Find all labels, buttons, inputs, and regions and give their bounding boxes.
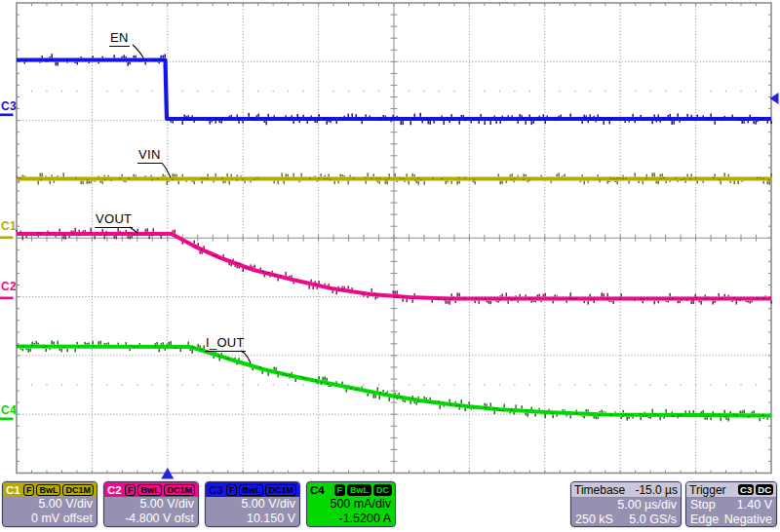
oscilloscope-screen: EN VIN VOUT I_OUT C3 C1 C2 C4 C1 F BwL D… — [0, 0, 780, 532]
channel-descriptor-c2[interactable]: C2 F BwL DC1M 5.00 V/div -4.800 V ofst — [103, 481, 199, 527]
trigger-coupling-badge: DC — [756, 484, 773, 495]
channel-marker-c1[interactable]: C1 — [1, 220, 17, 232]
channel-id: C1 — [6, 484, 20, 496]
timebase-scale: 5.00 µs/div — [571, 498, 681, 513]
waveform-display — [0, 0, 780, 480]
coupling-badge: DC1M — [265, 484, 296, 496]
channel-zero-dash-c4 — [0, 418, 14, 421]
filter-badge: F — [226, 484, 238, 496]
vertical-scale: 5.00 V/div — [206, 497, 299, 512]
bandwidth-limit-badge: BwL — [36, 484, 60, 496]
vertical-scale: 5.00 V/div — [104, 497, 198, 512]
coupling-badge: DC1M — [164, 484, 195, 496]
wave-label-en: EN — [109, 31, 130, 47]
vertical-offset: 10.150 V — [206, 512, 299, 526]
coupling-badge: DC1M — [62, 484, 94, 496]
filter-badge: F — [125, 484, 136, 496]
wave-label-iout: I_OUT — [205, 336, 246, 352]
timebase-delay: -15.0 µs — [635, 483, 678, 497]
channel-descriptor-c4[interactable]: C4 F BwL DC 500 mA/div -1.5200 A — [306, 481, 396, 527]
channel-zero-dash-c2 — [0, 297, 14, 300]
channel-zero-dash-c3 — [0, 114, 14, 117]
vertical-offset: 0 mV offset — [3, 512, 97, 526]
trigger-mode: Stop — [690, 498, 716, 513]
trigger-source-badge: C3 — [738, 484, 754, 495]
bandwidth-limit-badge: BwL — [347, 484, 371, 496]
vertical-offset: -4.800 V ofst — [104, 512, 198, 526]
channel-zero-dash-c1 — [0, 237, 14, 240]
channel-marker-c2[interactable]: C2 — [1, 281, 17, 292]
channel-id: C4 — [310, 484, 325, 496]
timebase-box[interactable]: Timebase -15.0 µs 5.00 µs/div 250 kS 5.0… — [570, 481, 682, 527]
filter-badge: F — [23, 484, 35, 496]
channel-descriptor-c1[interactable]: C1 F BwL DC1M 5.00 V/div 0 mV offset — [2, 481, 98, 527]
bandwidth-limit-badge: BwL — [239, 484, 263, 496]
trigger-type: Edge — [690, 513, 719, 527]
markers — [0, 93, 779, 479]
filter-badge: F — [334, 484, 346, 496]
timebase-title: Timebase — [574, 483, 625, 497]
channel-descriptor-c3[interactable]: C3 F BwL DC1M 5.00 V/div 10.150 V — [205, 481, 300, 527]
wave-label-vin: VIN — [137, 148, 162, 164]
wave-label-vout: VOUT — [95, 212, 133, 228]
vertical-offset: -1.5200 A — [307, 512, 395, 526]
channel-id: C2 — [107, 484, 122, 496]
timebase-samplerate: 5.0 GS/s — [629, 513, 677, 527]
label-pointers — [130, 45, 251, 363]
bandwidth-limit-badge: BwL — [137, 484, 162, 496]
vertical-scale: 500 mA/div — [307, 497, 395, 512]
trigger-level: 1.40 V — [737, 498, 772, 513]
channel-id: C3 — [209, 484, 223, 496]
coupling-badge: DC — [373, 484, 392, 496]
trigger-slope: Negative — [724, 513, 772, 527]
channel-marker-c4[interactable]: C4 — [1, 404, 17, 416]
timebase-samples: 250 kS — [575, 513, 613, 527]
trigger-title: Trigger — [689, 483, 726, 497]
vertical-scale: 5.00 V/div — [3, 497, 97, 512]
trigger-box[interactable]: Trigger C3 DC Stop 1.40 V Edge Negative — [685, 481, 777, 527]
channel-marker-c3[interactable]: C3 — [1, 100, 17, 112]
